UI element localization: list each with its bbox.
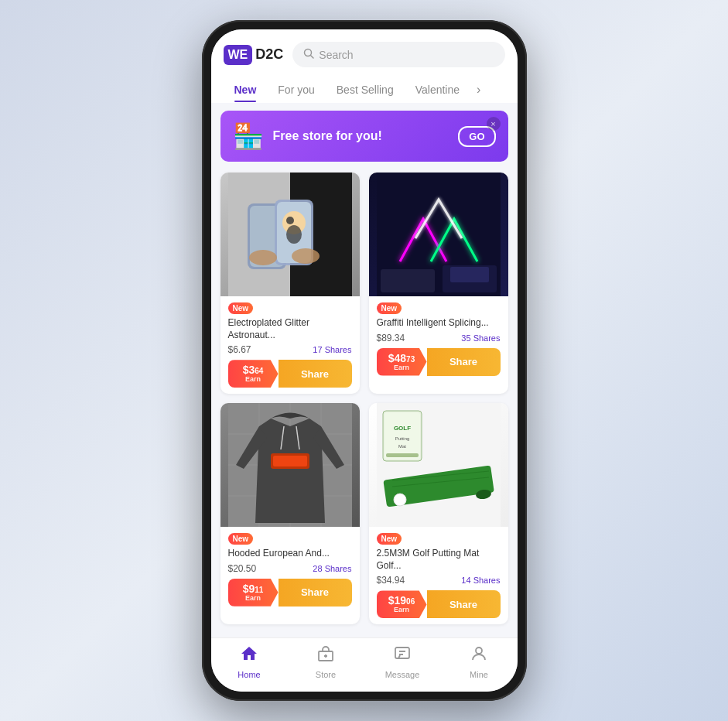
product-image-2 — [369, 173, 508, 296]
price-shares-row-3: $20.50 28 Shares — [228, 563, 352, 574]
search-placeholder-text: Search — [319, 49, 353, 61]
earn-button-2[interactable]: $4873 Earn — [377, 348, 427, 376]
earn-price-main-2: $48 — [388, 353, 406, 364]
nav-tabs: New For you Best Selling Valentine › — [224, 77, 505, 103]
new-badge-1: New — [228, 302, 254, 314]
original-price-2: $89.34 — [377, 333, 405, 343]
svg-point-11 — [249, 250, 277, 265]
phone-screen: WE D2C Search New — [211, 29, 518, 692]
earn-label-2: Earn — [394, 364, 409, 371]
earn-price-sup-1: 64 — [255, 367, 263, 375]
banner-close-button[interactable]: × — [487, 117, 501, 131]
tab-for-you[interactable]: For you — [267, 77, 325, 102]
promo-banner[interactable]: × 🏪 Free store for you! GO — [220, 111, 508, 162]
product-info-2: New Graffiti Intelligent Splicing... $89… — [369, 296, 508, 382]
mine-icon — [470, 644, 488, 668]
svg-point-46 — [476, 648, 482, 654]
tab-new[interactable]: New — [224, 77, 268, 102]
original-price-1: $6.67 — [228, 344, 251, 355]
earn-share-row-4: $1906 Earn Share — [377, 590, 501, 618]
product-title-3: Hooded European And... — [228, 548, 330, 560]
svg-text:GOLF: GOLF — [393, 425, 410, 432]
logo-we-badge: WE — [224, 45, 253, 65]
svg-rect-16 — [450, 267, 489, 282]
svg-point-10 — [286, 225, 302, 244]
earn-button-4[interactable]: $1906 Earn — [377, 590, 427, 618]
earn-price-main-3: $9 — [243, 583, 255, 594]
banner-text: Free store for you! — [273, 129, 449, 143]
share-button-1[interactable]: Share — [279, 360, 352, 388]
nav-item-mine[interactable]: Mine — [441, 644, 518, 679]
logo: WE D2C — [224, 45, 284, 65]
header-top: WE D2C Search — [224, 42, 505, 67]
shares-count-3: 28 Shares — [313, 564, 351, 573]
product-image-1 — [220, 173, 360, 296]
nav-label-store: Store — [316, 670, 336, 679]
nav-label-mine: Mine — [470, 670, 488, 679]
product-card-1[interactable]: New Electroplated Glitter Astronaut... $… — [220, 173, 360, 394]
header: WE D2C Search New — [211, 29, 518, 103]
product-card-2[interactable]: New Graffiti Intelligent Splicing... $89… — [369, 173, 508, 394]
svg-rect-43 — [395, 648, 409, 658]
earn-price-sup-4: 06 — [406, 597, 415, 606]
content-area: × 🏪 Free store for you! GO — [211, 103, 518, 637]
product-title-4: 2.5M3M Golf Putting Mat Golf... — [377, 548, 501, 572]
earn-button-1[interactable]: $364 Earn — [228, 360, 279, 388]
tab-valentine[interactable]: Valentine — [405, 77, 470, 102]
nav-item-message[interactable]: Message — [364, 644, 441, 679]
product-image-3 — [220, 403, 360, 527]
phone-frame: WE D2C Search New — [202, 20, 527, 701]
earn-share-row-2: $4873 Earn Share — [377, 348, 501, 376]
product-image-4: GOLF Putting Mat — [369, 403, 508, 527]
new-badge-2: New — [377, 302, 402, 314]
tab-best-selling[interactable]: Best Selling — [326, 77, 405, 102]
earn-price-main-1: $3 — [243, 364, 255, 375]
logo-d2c-text: D2C — [255, 46, 283, 63]
product-grid: New Electroplated Glitter Astronaut... $… — [220, 173, 508, 624]
price-shares-row-4: $34.94 14 Shares — [377, 575, 501, 586]
nav-item-home[interactable]: Home — [211, 644, 288, 679]
svg-point-33 — [394, 494, 406, 506]
nav-label-message: Message — [385, 670, 420, 679]
earn-share-row-3: $911 Earn Share — [228, 579, 352, 607]
nav-label-home: Home — [238, 670, 260, 679]
svg-rect-27 — [273, 456, 307, 466]
product-title-row-4: New 2.5M3M Golf Putting Mat Golf... — [377, 533, 501, 572]
svg-point-9 — [286, 217, 294, 224]
product-card-3[interactable]: New Hooded European And... $20.50 28 Sha… — [220, 403, 360, 624]
svg-rect-39 — [386, 453, 419, 457]
product-card-4[interactable]: GOLF Putting Mat New 2.5M3M Golf Putting… — [369, 403, 508, 624]
product-title-row-1: New Electroplated Glitter Astronaut... — [228, 302, 352, 341]
price-shares-row-2: $89.34 35 Shares — [377, 333, 501, 343]
earn-share-row-1: $364 Earn Share — [228, 360, 352, 388]
product-info-1: New Electroplated Glitter Astronaut... $… — [220, 296, 360, 394]
product-title-row-3: New Hooded European And... — [228, 533, 352, 560]
svg-text:Mat: Mat — [398, 444, 405, 449]
share-button-2[interactable]: Share — [427, 348, 501, 376]
shares-count-2: 35 Shares — [461, 333, 500, 343]
store-icon — [316, 644, 335, 668]
earn-label-3: Earn — [245, 594, 261, 602]
share-button-4[interactable]: Share — [427, 590, 501, 618]
new-badge-4: New — [377, 533, 402, 545]
share-button-3[interactable]: Share — [279, 579, 352, 607]
shares-count-4: 14 Shares — [461, 576, 500, 585]
search-bar[interactable]: Search — [292, 42, 504, 67]
svg-point-12 — [292, 248, 320, 264]
svg-line-1 — [311, 56, 314, 59]
earn-price-sup-3: 11 — [255, 586, 263, 594]
bottom-nav: Home Store — [211, 637, 518, 692]
svg-text:Putting: Putting — [395, 436, 409, 441]
price-shares-row-1: $6.67 17 Shares — [228, 344, 352, 355]
product-title-2: Graffiti Intelligent Splicing... — [377, 317, 489, 330]
original-price-4: $34.94 — [377, 575, 405, 586]
product-title-1: Electroplated Glitter Astronaut... — [228, 317, 352, 341]
earn-label-1: Earn — [245, 375, 261, 383]
nav-more-icon[interactable]: › — [470, 77, 487, 103]
message-icon — [393, 644, 412, 668]
nav-item-store[interactable]: Store — [288, 644, 364, 679]
earn-price-main-4: $19 — [388, 595, 406, 606]
earn-button-3[interactable]: $911 Earn — [228, 579, 279, 607]
original-price-3: $20.50 — [228, 563, 257, 574]
earn-price-sup-2: 73 — [406, 355, 415, 364]
